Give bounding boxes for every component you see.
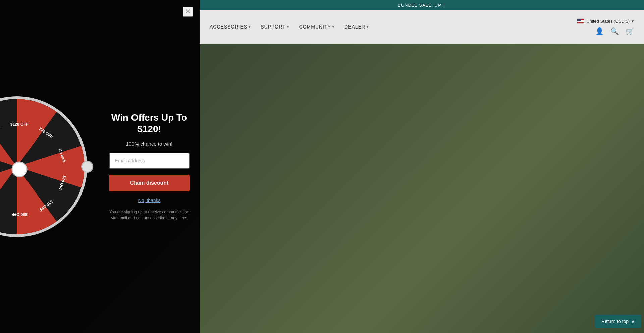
email-input[interactable] [109,153,190,169]
header-right: United States (USD $) ▾ 👤 🔍 🛒 [577,18,634,35]
wheel-pointer [81,161,93,173]
header-icons: 👤 🔍 🛒 [595,27,634,35]
modal-subtitle: 100% chance to win! [126,141,172,147]
no-thanks-button[interactable]: No, thanks [138,198,161,203]
disclaimer-text: You are signing up to receive communicat… [109,209,190,221]
announcement-bar: BUNDLE SALE. UP T [200,0,644,10]
return-to-top-button[interactable]: Return to top ∧ [595,315,641,328]
chevron-down-icon: ▾ [287,25,289,29]
modal-overlay: Sorry... $100 OFF $120 OFF $50 OFF No lu… [0,0,200,333]
main-nav: ACCESSORIES ▾ SUPPORT ▾ COMMUNITY ▾ DEAL… [210,24,369,30]
close-button[interactable]: ✕ [183,7,193,17]
nav-item-dealer[interactable]: DEALER ▾ [344,24,369,30]
spin-wheel-container: Sorry... $100 OFF $120 OFF $50 OFF No lu… [0,96,87,237]
account-icon[interactable]: 👤 [595,27,604,35]
nav-item-support[interactable]: SUPPORT ▾ [261,24,289,30]
search-icon[interactable]: 🔍 [610,27,619,35]
announcement-text: BUNDLE SALE. UP T [398,3,446,8]
chevron-down-icon: ▾ [249,25,251,29]
chevron-down-icon: ▾ [367,25,369,29]
nav-item-accessories[interactable]: ACCESSORIES ▾ [210,24,251,30]
chevron-up-icon: ∧ [631,319,635,324]
spin-wheel: Sorry... $100 OFF $120 OFF $50 OFF No lu… [0,96,87,237]
cart-icon[interactable]: 🛒 [626,27,634,35]
site-header: ACCESSORIES ▾ SUPPORT ▾ COMMUNITY ▾ DEAL… [200,10,644,44]
claim-discount-button[interactable]: Claim discount [109,175,190,191]
chevron-down-icon: ▾ [632,19,634,24]
currency-selector[interactable]: United States (USD $) ▾ [577,18,634,24]
wheel-inner [0,99,85,234]
modal-content: ✕ Win Offers Up To $120! 100% chance to … [99,0,200,333]
close-icon: ✕ [185,7,191,16]
modal-title: Win Offers Up To $120! [109,112,190,134]
nav-item-community[interactable]: COMMUNITY ▾ [299,24,334,30]
chevron-down-icon: ▾ [332,25,334,29]
us-flag-icon [577,18,584,24]
